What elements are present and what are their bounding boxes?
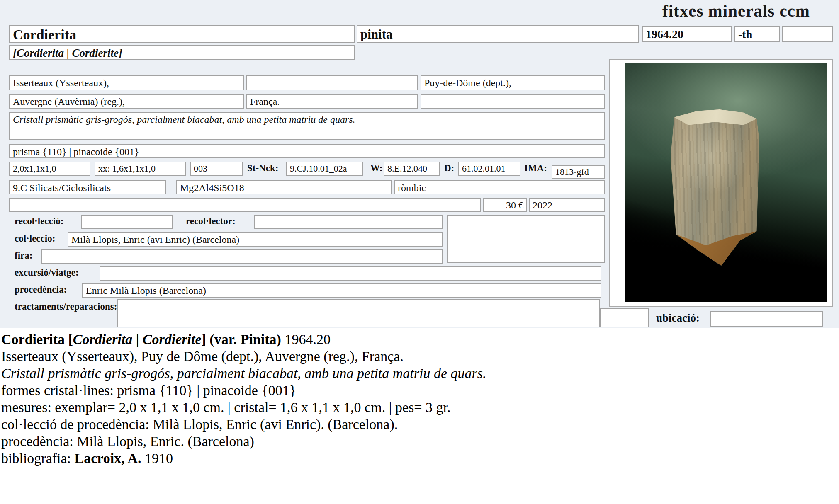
- weight-field[interactable]: 003: [190, 162, 243, 176]
- d-label: D:: [444, 163, 454, 174]
- specimen-size-field[interactable]: 2,0x1,1x1,0: [9, 162, 90, 176]
- procedencia-label: procedència:: [15, 284, 67, 295]
- recolleccio-field[interactable]: [81, 215, 173, 229]
- recollector-label: recol·lector:: [186, 216, 236, 227]
- fira-label: fira:: [15, 250, 32, 261]
- procedencia-field[interactable]: Enric Milà Llopis (Barcelona): [82, 283, 601, 298]
- summary-line-bibliography: bibliografia: Lacroix, A. 1910: [1, 450, 835, 467]
- locality-department-field[interactable]: Puy-de-Dôme (dept.),: [421, 75, 605, 90]
- number-suffix-field[interactable]: -th: [734, 26, 780, 42]
- synonyms-field[interactable]: [Cordierita | Cordierite]: [9, 45, 355, 60]
- summary-line-collection: col·lecció de procedència: Milà Llopis, …: [1, 416, 835, 433]
- excursio-viatge-field[interactable]: [100, 266, 601, 281]
- year-field[interactable]: 2022: [529, 198, 605, 212]
- locality-extra2-field[interactable]: [421, 94, 605, 109]
- recolleccio-label: recol·lecció:: [15, 216, 63, 227]
- recollector-field[interactable]: [254, 215, 443, 229]
- mineral-record-screen: fitxes minerals ccm Cordierita pinita 19…: [0, 0, 839, 504]
- record-summary: Cordierita [Cordierita | Cordierite] (va…: [1, 331, 835, 467]
- d-field[interactable]: 61.02.01.01: [458, 162, 520, 176]
- app-title: fitxes minerals ccm: [531, 1, 810, 21]
- tractaments-field[interactable]: [117, 299, 600, 327]
- crystal-system-field[interactable]: ròmbic: [394, 180, 605, 194]
- catalog-number-field[interactable]: 1964.20: [642, 26, 732, 42]
- summary-line-measures: mesures: exemplar= 2,0 x 1,1 x 1,0 cm. |…: [1, 399, 835, 416]
- ima-field[interactable]: 1813-gfd: [552, 165, 605, 179]
- summary-line-title: Cordierita [Cordierita | Cordierite] (va…: [1, 331, 835, 348]
- species-field[interactable]: Cordierita: [9, 25, 355, 43]
- ubicacio-code-field[interactable]: [600, 308, 649, 327]
- number-extra-field[interactable]: [782, 26, 833, 42]
- description-field[interactable]: Cristall prismàtic gris-grogós, parcialm…: [9, 112, 605, 140]
- summary-line-forms: formes cristal·lines: prisma {110} | pin…: [1, 382, 835, 399]
- summary-line-provenance: procedència: Milà Llopis, Enric. (Barcel…: [1, 433, 835, 450]
- st-nck-field[interactable]: 9.CJ.10.01_02a: [286, 162, 363, 176]
- ubicacio-field[interactable]: [710, 311, 823, 327]
- w-label: W:: [370, 163, 382, 174]
- tractaments-label: tractaments/reparacions:: [15, 301, 117, 312]
- specimen-photo: [625, 63, 827, 302]
- ima-label: IMA:: [524, 163, 547, 174]
- locality-extra-field[interactable]: [246, 75, 418, 90]
- locality-town-field[interactable]: Isserteaux (Ysserteaux),: [9, 75, 244, 90]
- summary-line-locality: Isserteaux (Ysserteaux), Puy de Dôme (de…: [1, 348, 835, 365]
- crystal-size-field[interactable]: xx: 1,6x1,1x1,0: [95, 162, 186, 176]
- crystal-forms-field[interactable]: prisma {110} | pinacoide {001}: [9, 144, 605, 158]
- notes-field[interactable]: [447, 215, 605, 263]
- fira-field[interactable]: [41, 249, 443, 264]
- cordierite-crystal-image: [671, 109, 759, 266]
- formula-field[interactable]: Mg2Al4Si5O18: [176, 180, 392, 194]
- ubicacio-label: ubicació:: [656, 312, 700, 325]
- colleccio-label: col·leccio:: [15, 233, 55, 244]
- classification-field[interactable]: 9.C Silicats/Ciclosilicats: [9, 180, 166, 194]
- st-nck-label: St-Nck:: [247, 163, 278, 174]
- locality-region-field[interactable]: Auvergne (Auvèrnia) (reg.),: [9, 94, 244, 109]
- price-field[interactable]: 30 €: [483, 198, 527, 212]
- specimen-photo-frame: [609, 59, 833, 307]
- variety-field[interactable]: pinita: [357, 25, 639, 43]
- w-field[interactable]: 8.E.12.040: [384, 162, 440, 176]
- acquisition-field[interactable]: [9, 198, 481, 212]
- summary-line-description: Cristall prismàtic gris-grogós, parcialm…: [1, 365, 835, 382]
- excursio-viatge-label: excursió/viatge:: [15, 267, 79, 278]
- colleccio-field[interactable]: Milà Llopis, Enric (avi Enric) (Barcelon…: [68, 232, 443, 247]
- locality-country-field[interactable]: França.: [246, 94, 418, 109]
